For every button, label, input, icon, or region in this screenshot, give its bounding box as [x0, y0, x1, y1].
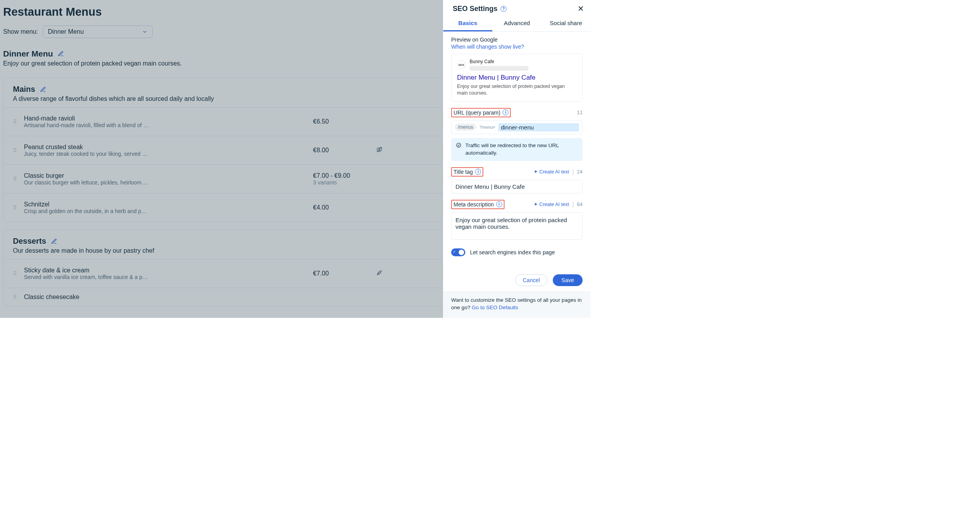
preview-label: Preview on Google [451, 36, 583, 43]
info-icon[interactable]: i [475, 169, 481, 175]
info-icon[interactable]: i [496, 201, 502, 207]
panel-footer: Want to customize the SEO settings of al… [443, 292, 590, 318]
preview-title: Dinner Menu | Bunny Cafe [457, 74, 577, 82]
redirect-info: Traffic will be redirected to the new UR… [451, 138, 583, 161]
title-tag-input[interactable] [451, 180, 583, 193]
tab-basics[interactable]: Basics [443, 16, 492, 31]
url-input[interactable] [498, 123, 579, 131]
google-preview-card: WIX Bunny Cafe Dinner Menu | Bunny Cafe … [451, 54, 583, 102]
sparkle-icon: ✦ [534, 201, 538, 207]
title-tag-label: Title tag i [451, 167, 483, 177]
preview-url-placeholder [470, 66, 528, 71]
preview-desc: Enjoy our great selection of protein pac… [457, 83, 577, 97]
wix-logo-icon: WIX [457, 60, 466, 69]
preview-site-name: Bunny Cafe [470, 59, 528, 64]
meta-description-label: Meta description i [451, 200, 505, 209]
check-icon: ✓ [453, 250, 456, 254]
tab-social-share[interactable]: Social share [541, 16, 590, 31]
tab-advanced[interactable]: Advanced [492, 16, 541, 31]
svg-point-27 [457, 143, 461, 147]
check-circle-icon [456, 142, 461, 148]
seo-settings-panel: SEO Settings ? ✕ Basics Advanced Social … [443, 0, 590, 318]
index-toggle-label: Let search engines index this page [470, 249, 555, 255]
blank-area [590, 0, 980, 529]
url-input-row: /menus ?menu= [451, 120, 583, 134]
info-icon[interactable]: i [503, 109, 508, 115]
title-char-count: 24 [577, 169, 583, 175]
close-icon[interactable]: ✕ [576, 4, 586, 13]
seo-defaults-link[interactable]: Go to SEO Defaults [472, 305, 519, 310]
meta-description-input[interactable] [451, 212, 583, 240]
cancel-button[interactable]: Cancel [515, 274, 547, 286]
panel-tabs: Basics Advanced Social share [443, 16, 590, 32]
panel-title: SEO Settings [453, 5, 497, 13]
url-query-prefix: ?menu= [479, 125, 495, 130]
sparkle-icon: ✦ [534, 169, 538, 175]
url-label: URL (query param) i [451, 108, 511, 117]
create-ai-text-button[interactable]: ✦Create AI text [534, 169, 569, 175]
meta-char-count: 64 [577, 201, 583, 207]
help-icon[interactable]: ? [501, 6, 506, 12]
save-button[interactable]: Save [553, 274, 583, 286]
preview-link[interactable]: When will changes show live? [451, 44, 583, 50]
redirect-message: Traffic will be redirected to the new UR… [465, 142, 578, 157]
url-base: /menus [455, 124, 476, 131]
url-char-count: 11 [577, 109, 583, 115]
index-toggle[interactable]: ✓ [451, 248, 465, 256]
create-ai-text-button[interactable]: ✦Create AI text [534, 201, 569, 207]
